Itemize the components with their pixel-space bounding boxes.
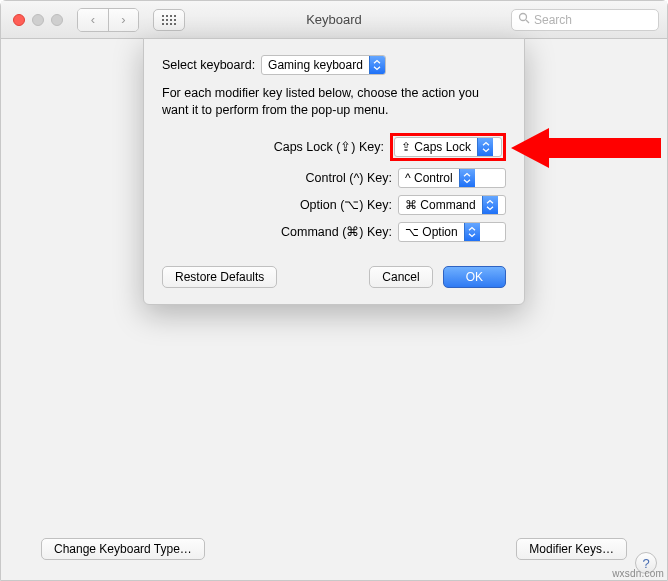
modifier-label-caps-lock: Caps Lock (⇪) Key: — [274, 139, 384, 154]
ok-button[interactable]: OK — [443, 266, 506, 288]
watermark: wxsdn.com — [612, 568, 664, 579]
minimize-icon — [32, 14, 44, 26]
maximize-icon — [51, 14, 63, 26]
modifier-select-value-command: ⌥ Option — [399, 223, 464, 241]
close-icon[interactable] — [13, 14, 25, 26]
modifier-keys-button[interactable]: Modifier Keys… — [516, 538, 627, 560]
modifier-row-option: Option (⌥) Key:⌘ Command — [162, 195, 506, 215]
chevron-updown-icon — [459, 169, 475, 187]
nav-buttons: ‹ › — [77, 8, 139, 32]
restore-defaults-button[interactable]: Restore Defaults — [162, 266, 277, 288]
search-icon — [518, 12, 530, 27]
modifier-label-control: Control (^) Key: — [306, 171, 392, 185]
show-all-button[interactable] — [153, 9, 185, 31]
svg-line-1 — [526, 20, 529, 23]
svg-marker-2 — [511, 128, 661, 168]
cancel-button[interactable]: Cancel — [369, 266, 432, 288]
change-keyboard-type-button[interactable]: Change Keyboard Type… — [41, 538, 205, 560]
dialog-instructions: For each modifier key listed below, choo… — [162, 85, 506, 119]
keyboard-select-value: Gaming keyboard — [262, 56, 369, 74]
modifier-select-command[interactable]: ⌥ Option — [398, 222, 506, 242]
titlebar: ‹ › Keyboard — [1, 1, 667, 39]
svg-point-0 — [520, 14, 527, 21]
back-button[interactable]: ‹ — [78, 9, 108, 31]
modifier-label-option: Option (⌥) Key: — [300, 197, 392, 212]
search-input[interactable] — [534, 13, 652, 27]
modifier-keys-dialog: Select keyboard: Gaming keyboard For eac… — [143, 38, 525, 305]
modifier-select-value-option: ⌘ Command — [399, 196, 482, 214]
bottom-button-bar: Change Keyboard Type… Modifier Keys… — [41, 538, 627, 560]
modifier-select-option[interactable]: ⌘ Command — [398, 195, 506, 215]
forward-button[interactable]: › — [108, 9, 138, 31]
chevron-updown-icon — [369, 56, 385, 74]
chevron-updown-icon — [464, 223, 480, 241]
modifier-select-value-caps-lock: ⇪ Caps Lock — [395, 138, 477, 156]
select-keyboard-label: Select keyboard: — [162, 58, 255, 72]
modifier-row-caps-lock: Caps Lock (⇪) Key:⇪ Caps Lock — [162, 133, 506, 161]
preferences-window: ‹ › Keyboard Select keyboard: Gaming key… — [0, 0, 668, 581]
modifier-label-command: Command (⌘) Key: — [281, 224, 392, 239]
arrow-callout-icon — [511, 126, 661, 173]
search-field[interactable] — [511, 9, 659, 31]
modifier-select-control[interactable]: ^ Control — [398, 168, 506, 188]
keyboard-select[interactable]: Gaming keyboard — [261, 55, 386, 75]
chevron-updown-icon — [482, 196, 498, 214]
window-title: Keyboard — [306, 12, 362, 27]
modifier-select-caps-lock[interactable]: ⇪ Caps Lock — [394, 137, 502, 157]
window-controls — [9, 14, 63, 26]
modifier-select-value-control: ^ Control — [399, 169, 459, 187]
modifier-rows: Caps Lock (⇪) Key:⇪ Caps LockControl (^)… — [162, 133, 506, 242]
chevron-updown-icon — [477, 138, 493, 156]
highlight-box: ⇪ Caps Lock — [390, 133, 506, 161]
modifier-row-control: Control (^) Key:^ Control — [162, 168, 506, 188]
modifier-row-command: Command (⌘) Key:⌥ Option — [162, 222, 506, 242]
content-area: Select keyboard: Gaming keyboard For eac… — [1, 39, 667, 580]
grid-icon — [162, 15, 176, 25]
